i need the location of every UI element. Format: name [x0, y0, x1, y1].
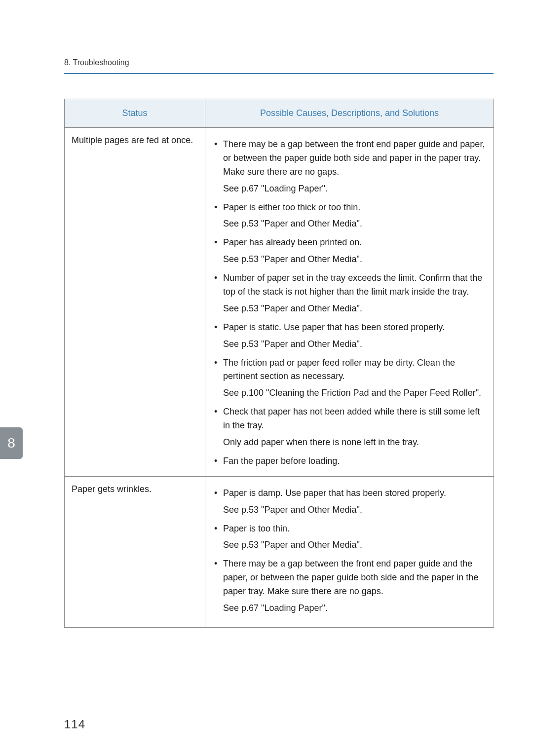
header-rule: [64, 73, 494, 74]
chapter-tab: 8: [0, 427, 23, 459]
item-text: Paper is damp. Use paper that has been s…: [223, 488, 446, 498]
list-item: There may be a gap between the front end…: [212, 557, 487, 599]
list-item: Paper is either too thick or too thin.: [212, 201, 487, 215]
list-item: Fan the paper before loading.: [212, 454, 487, 468]
item-text: Paper is too thin.: [223, 524, 290, 533]
list-item: Paper has already been printed on.: [212, 236, 487, 250]
solutions-cell: Paper is damp. Use paper that has been s…: [205, 476, 494, 627]
item-sub: See p.53 "Paper and Other Media".: [212, 253, 487, 266]
table-row: Multiple pages are fed at once. There ma…: [65, 128, 494, 477]
page-header-section: 8. Troubleshooting: [64, 58, 129, 67]
list-item: Check that paper has not been added whil…: [212, 405, 487, 433]
status-cell: Multiple pages are fed at once.: [65, 128, 205, 477]
item-sub: See p.53 "Paper and Other Media".: [212, 302, 487, 316]
item-sub: See p.67 "Loading Paper".: [212, 182, 487, 196]
item-sub: See p.53 "Paper and Other Media".: [212, 338, 487, 351]
col-header-status: Status: [65, 99, 205, 128]
item-text: There may be a gap between the front end…: [223, 139, 485, 177]
item-sub: See p.67 "Loading Paper".: [212, 602, 487, 615]
item-text: Paper is either too thick or too thin.: [223, 202, 360, 212]
solutions-cell: There may be a gap between the front end…: [205, 128, 494, 477]
item-text: Check that paper has not been added whil…: [223, 407, 480, 430]
col-header-solutions: Possible Causes, Descriptions, and Solut…: [205, 99, 494, 128]
item-sub: Only add paper when there is none left i…: [212, 436, 487, 450]
item-text: Number of paper set in the tray exceeds …: [223, 273, 482, 297]
item-text: The friction pad or paper feed roller ma…: [223, 358, 455, 381]
item-text: There may be a gap between the front end…: [223, 559, 478, 596]
status-cell: Paper gets wrinkles.: [65, 476, 205, 627]
list-item: Number of paper set in the tray exceeds …: [212, 271, 487, 299]
troubleshooting-table: Status Possible Causes, Descriptions, an…: [64, 99, 494, 628]
item-sub: See p.53 "Paper and Other Media".: [212, 217, 487, 231]
list-item: Paper is damp. Use paper that has been s…: [212, 487, 487, 500]
item-sub: See p.53 "Paper and Other Media".: [212, 503, 487, 517]
item-text: Paper is static. Use paper that has been…: [223, 322, 445, 332]
item-text: Fan the paper before loading.: [223, 456, 340, 466]
table-row: Paper gets wrinkles. Paper is damp. Use …: [65, 476, 494, 627]
item-sub: See p.53 "Paper and Other Media".: [212, 538, 487, 552]
list-item: The friction pad or paper feed roller ma…: [212, 356, 487, 384]
item-text: Paper has already been printed on.: [223, 237, 362, 247]
list-item: Paper is static. Use paper that has been…: [212, 321, 487, 335]
page-number: 114: [64, 718, 85, 731]
main-content: Status Possible Causes, Descriptions, an…: [64, 99, 494, 628]
list-item: There may be a gap between the front end…: [212, 138, 487, 179]
item-sub: See p.100 "Cleaning the Friction Pad and…: [212, 386, 487, 400]
list-item: Paper is too thin.: [212, 522, 487, 536]
